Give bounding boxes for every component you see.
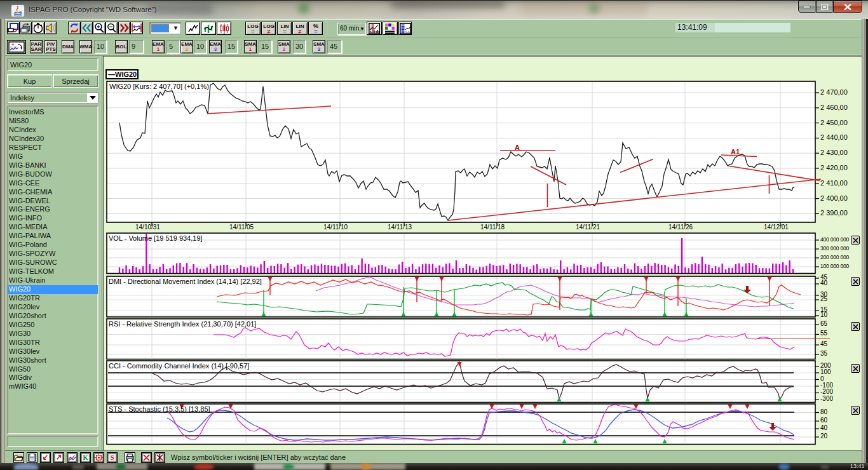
svg-text:S: S [111,454,114,461]
svg-text:K: K [83,454,88,461]
svg-text:CCI - Commodity Channel Index: CCI - Commodity Channel Index (14) [-90,… [109,362,249,370]
svg-text:A: A [515,144,520,151]
svg-text:≠: ≠ [299,29,302,34]
svg-text:≠: ≠ [267,29,270,34]
svg-text:VOL - Volume [19 519 934,19]: VOL - Volume [19 519 934,19] [109,234,203,242]
svg-text:DMI - Directional Movement Ind: DMI - Directional Movement Index (14,14)… [109,278,262,285]
svg-text:A1: A1 [731,148,740,156]
svg-text:=: = [251,29,254,34]
svg-text:=: = [314,29,317,34]
svg-text:WIG20 [Kurs: 2 407,70] (+0,1%): WIG20 [Kurs: 2 407,70] (+0,1%) [109,83,209,90]
svg-text:=: = [283,29,286,34]
svg-text:STS - Stochastic (15,3,5) [13,: STS - Stochastic (15,3,5) [13,85] [109,405,210,413]
svg-text:RSI - Relative Strength Index: RSI - Relative Strength Index (21,30,70)… [109,320,256,328]
